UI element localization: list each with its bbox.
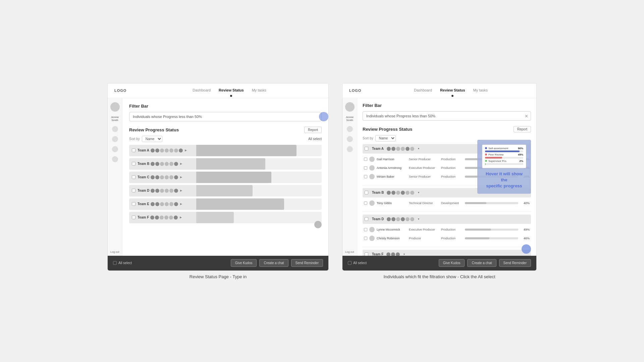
- nav-link-my-tasks[interactable]: My tasks: [252, 88, 266, 93]
- right-nav-link-my-tasks[interactable]: My tasks: [473, 88, 488, 93]
- right-tooltip-bar-fill-1: [485, 150, 520, 152]
- left-bottom-all-select-label: All select: [118, 261, 132, 265]
- right-team-a-name: Team A: [372, 147, 384, 150]
- right-member-b1-pct: 40%: [520, 201, 530, 205]
- left-report-button[interactable]: Report: [304, 127, 322, 133]
- right-report-button[interactable]: Report: [514, 126, 531, 132]
- right-tooltip-value-3: 2%: [519, 160, 523, 163]
- left-team-d-checkbox[interactable]: [132, 189, 136, 192]
- left-scroll-indicator: [314, 221, 322, 228]
- left-content-area: Filter Bar Review Progress Status Report…: [122, 98, 328, 256]
- right-member-a1-checkbox[interactable]: [364, 158, 367, 161]
- left-team-f-header: Team F ▶: [129, 212, 196, 223]
- right-member-d2-pct: 46%: [520, 237, 530, 240]
- right-tooltip-dot-1: [485, 147, 487, 149]
- right-sidebar-dot-2: [347, 136, 353, 142]
- right-team-b-name: Team B: [372, 191, 384, 194]
- right-send-reminder-button[interactable]: Send Reminder: [499, 259, 531, 267]
- left-caption: Review Status Page - Type in: [190, 274, 247, 279]
- right-member-b1-role: Technical Director: [409, 201, 439, 205]
- right-member-b1-checkbox[interactable]: [364, 201, 367, 205]
- right-tooltip-value-2: 45%: [518, 153, 523, 156]
- right-hover-annotation-line2: specific progress: [486, 183, 522, 188]
- left-logout-area: Log out: [110, 250, 119, 254]
- right-filter-bar-title: Filter Bar: [363, 103, 531, 108]
- left-send-reminder-button[interactable]: Send Reminder: [291, 259, 323, 267]
- right-member-d2-checkbox[interactable]: [364, 237, 367, 240]
- right-team-f-checkbox[interactable]: [365, 252, 368, 256]
- right-member-a3-checkbox[interactable]: [364, 175, 367, 178]
- right-logo: LOGO: [349, 88, 361, 93]
- left-filter-input[interactable]: [129, 112, 322, 121]
- left-team-a-name: Team A: [138, 148, 149, 152]
- right-member-b1-dept: Development: [441, 201, 463, 205]
- left-team-a-checkbox[interactable]: [132, 148, 136, 152]
- left-review-title: Review Progress Status: [129, 127, 179, 132]
- right-tooltip-bar-bg-2: [485, 157, 523, 159]
- left-create-chat-button[interactable]: Create a chat: [259, 259, 288, 267]
- right-tooltip-bar-row-1: [485, 150, 523, 152]
- left-teams-list: Team A ▶: [129, 145, 322, 223]
- list-item: Christy Robinson Producer Production 46%: [363, 234, 531, 243]
- right-sort-label: Sort by: [363, 136, 373, 140]
- right-member-a1-avatar: [369, 157, 375, 162]
- right-member-d1-pct: 49%: [520, 228, 530, 231]
- right-team-d-members: Lynne Mccormick Executive Producer Produ…: [363, 225, 531, 244]
- right-team-d-checkbox[interactable]: [365, 217, 368, 221]
- right-team-d-header: Team D ▾: [363, 215, 531, 224]
- right-filter-input[interactable]: [363, 111, 531, 121]
- right-bottom-all-select: All select: [348, 261, 367, 265]
- left-logo: LOGO: [114, 88, 126, 93]
- left-team-c-bar: [196, 172, 322, 183]
- left-team-d-chevron: ▶: [180, 189, 182, 192]
- nav-link-review-status[interactable]: Review Status: [219, 88, 244, 93]
- left-team-e-checkbox[interactable]: [132, 202, 136, 206]
- right-filter-clear-icon[interactable]: ✕: [525, 113, 528, 118]
- right-member-d2-role: Producer: [409, 237, 439, 240]
- right-bottom-all-select-label: All select: [353, 261, 367, 265]
- left-team-e-chevron: ▶: [180, 202, 182, 205]
- right-wireframe-card: LOGO Dashboard Review Status My tasks Je…: [342, 83, 537, 271]
- right-member-a2-checkbox[interactable]: [364, 166, 367, 170]
- right-create-chat-button[interactable]: Create a chat: [467, 259, 496, 267]
- nav-link-dashboard[interactable]: Dashboard: [193, 88, 211, 93]
- right-team-a-checkbox[interactable]: [365, 147, 368, 150]
- left-review-header: Review Progress Status Report: [129, 127, 322, 133]
- right-nav-link-review-status[interactable]: Review Status: [440, 88, 465, 93]
- right-team-b-checkbox[interactable]: [365, 191, 368, 194]
- right-review-header: Review Progress Status Report: [363, 126, 531, 132]
- left-team-c-checkbox[interactable]: [132, 175, 136, 179]
- right-tooltip-bar-row-2: [485, 157, 523, 159]
- right-give-kudos-button[interactable]: Give Kudos: [439, 259, 465, 267]
- right-logout-label[interactable]: Log out: [345, 250, 354, 253]
- page-wrapper: LOGO Dashboard Review Status My tasks Je…: [0, 0, 644, 362]
- right-bottom-checkbox[interactable]: [348, 261, 352, 265]
- right-member-d2-bar: [465, 237, 518, 239]
- left-team-f-checkbox[interactable]: [132, 216, 136, 219]
- right-member-d2-avatar: [369, 236, 375, 241]
- list-item: Tony Gibbs Technical Director Developmen…: [363, 199, 531, 207]
- left-sort-select[interactable]: Name: [142, 136, 162, 142]
- left-logout-label[interactable]: Log out: [110, 250, 119, 253]
- right-nav-link-dashboard[interactable]: Dashboard: [414, 88, 432, 93]
- right-sort-select[interactable]: Name: [375, 135, 396, 141]
- right-nav-bar: LOGO Dashboard Review Status My tasks: [342, 83, 536, 98]
- right-tooltip-label-3: Supervisor Pro.: [488, 160, 507, 163]
- left-sort-bar: Sort by Name All select: [129, 136, 322, 142]
- left-give-kudos-button[interactable]: Give Kudos: [231, 259, 257, 267]
- right-logout-area: Log out: [345, 250, 354, 254]
- right-member-d1-avatar: [369, 227, 375, 232]
- left-team-f-name: Team F: [138, 216, 149, 219]
- left-team-e-icons: [151, 202, 178, 206]
- right-member-a2-avatar: [369, 165, 375, 171]
- left-sidebar-dot-2: [112, 136, 118, 142]
- right-member-d1-checkbox[interactable]: [364, 228, 367, 231]
- right-sidebar-dot-3: [347, 146, 353, 152]
- right-team-f-name: Team F: [372, 252, 383, 256]
- left-team-a-chevron: ▶: [185, 149, 187, 152]
- left-bottom-checkbox[interactable]: [113, 261, 117, 265]
- left-team-b-checkbox[interactable]: [132, 162, 136, 166]
- left-all-select[interactable]: All select: [308, 137, 322, 141]
- right-hover-annotation-line1: Hover it will show the: [486, 171, 523, 182]
- right-divider-bd: [363, 212, 531, 212]
